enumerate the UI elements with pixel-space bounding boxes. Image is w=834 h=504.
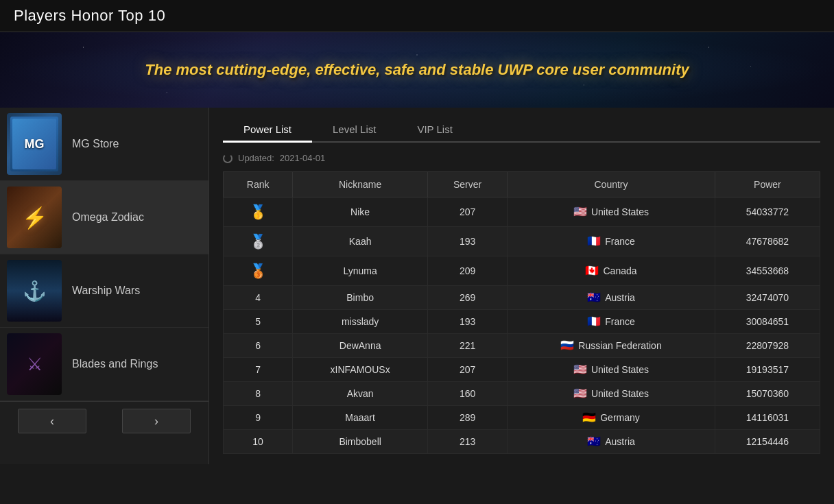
tab-vip-list[interactable]: VIP List xyxy=(396,118,473,141)
flag-icon: 🇫🇷 xyxy=(587,236,601,247)
cell-nickname: misslady xyxy=(293,310,428,334)
warship-thumb: ⚓ xyxy=(7,260,62,322)
sidebar-item-omega-zodiac[interactable]: ⚡ Omega Zodiac xyxy=(0,181,208,254)
country-name: United States xyxy=(591,364,649,375)
flag-icon: 🇫🇷 xyxy=(587,316,601,327)
cell-server: 193 xyxy=(428,310,508,334)
col-country: Country xyxy=(508,172,715,197)
leaderboard-table: Rank Nickname Server Country Power 🥇Nike… xyxy=(223,171,820,454)
prev-button[interactable]: ‹ xyxy=(18,409,86,433)
ship-icon: ⚓ xyxy=(23,280,47,302)
country-name: Germany xyxy=(600,412,640,423)
updated-row: Updated: 2021-04-01 xyxy=(223,153,820,163)
cell-power: 34553668 xyxy=(715,256,820,286)
cell-server: 193 xyxy=(428,227,508,256)
cell-power: 30084651 xyxy=(715,310,820,334)
blade-icon: ⚔ xyxy=(27,354,43,375)
cell-nickname: Lynuma xyxy=(293,256,428,286)
sidebar-label-omega-zodiac: Omega Zodiac xyxy=(72,211,144,224)
table-row: 🥇Nike207🇺🇸United States54033772 xyxy=(224,197,820,227)
table-header-row: Rank Nickname Server Country Power xyxy=(224,172,820,197)
cell-country: 🇨🇦Canada xyxy=(508,256,715,286)
warship-wars-thumbnail: ⚓ xyxy=(7,260,62,322)
country-name: Austria xyxy=(605,436,635,447)
updated-date: 2021-04-01 xyxy=(280,153,326,163)
country-name: France xyxy=(605,236,635,247)
cell-power: 22807928 xyxy=(715,334,820,358)
cell-nickname: Maaart xyxy=(293,406,428,430)
cell-server: 269 xyxy=(428,286,508,310)
cell-server: 289 xyxy=(428,406,508,430)
flag-icon: 🇦🇺 xyxy=(587,436,601,447)
cell-country: 🇺🇸United States xyxy=(508,382,715,406)
medal-icon: 🥈 xyxy=(250,233,267,250)
cell-nickname: Akvan xyxy=(293,382,428,406)
medal-icon: 🥉 xyxy=(250,263,267,279)
sidebar: MG MG Store ⚡ Omega Zodiac ⚓ Warship Wa xyxy=(0,108,209,464)
table-row: 7xINFAMOUSx207🇺🇸United States19193517 xyxy=(224,358,820,382)
refresh-icon xyxy=(223,154,233,163)
flag-icon: 🇨🇦 xyxy=(585,265,599,276)
cell-power: 54033772 xyxy=(715,197,820,227)
country-name: Canada xyxy=(603,265,636,276)
cell-nickname: xINFAMOUSx xyxy=(293,358,428,382)
cell-server: 207 xyxy=(428,358,508,382)
cell-server: 209 xyxy=(428,256,508,286)
cell-power: 12154446 xyxy=(715,430,820,454)
banner: The most cutting-edge, effective, safe a… xyxy=(0,32,834,108)
country-name: United States xyxy=(591,206,649,217)
col-nickname: Nickname xyxy=(293,172,428,197)
cell-rank: 🥉 xyxy=(224,256,293,286)
cell-rank: 6 xyxy=(224,334,293,358)
table-row: 6DewAnna221🇷🇺Russian Federation22807928 xyxy=(224,334,820,358)
sidebar-item-warship-wars[interactable]: ⚓ Warship Wars xyxy=(0,254,208,328)
cell-country: 🇩🇪Germany xyxy=(508,406,715,430)
country-name: Russian Federation xyxy=(578,340,661,351)
sidebar-nav: ‹ › xyxy=(0,401,208,440)
col-server: Server xyxy=(428,172,508,197)
country-name: Austria xyxy=(605,292,635,303)
col-rank: Rank xyxy=(224,172,293,197)
tab-power-list[interactable]: Power List xyxy=(223,118,312,143)
cell-rank: 7 xyxy=(224,358,293,382)
tab-level-list[interactable]: Level List xyxy=(312,118,396,141)
table-row: 4Bimbo269🇦🇺Austria32474070 xyxy=(224,286,820,310)
cell-rank: 9 xyxy=(224,406,293,430)
page-title: Players Honor Top 10 xyxy=(14,7,820,25)
cell-server: 221 xyxy=(428,334,508,358)
sidebar-label-blades-and-rings: Blades and Rings xyxy=(72,358,158,370)
table-row: 8Akvan160🇺🇸United States15070360 xyxy=(224,382,820,406)
updated-label: Updated: xyxy=(238,153,274,163)
flag-icon: 🇦🇺 xyxy=(587,292,601,303)
sidebar-item-blades-and-rings[interactable]: ⚔ Blades and Rings xyxy=(0,328,208,401)
flag-icon: 🇷🇺 xyxy=(560,340,574,351)
cell-power: 32474070 xyxy=(715,286,820,310)
sidebar-item-mg-store[interactable]: MG MG Store xyxy=(0,108,208,181)
sidebar-label-mg-store: MG Store xyxy=(72,138,119,150)
table-row: 10Bimbobell213🇦🇺Austria12154446 xyxy=(224,430,820,454)
cell-server: 160 xyxy=(428,382,508,406)
flag-icon: 🇺🇸 xyxy=(573,364,587,375)
cell-rank: 🥇 xyxy=(224,197,293,227)
cell-rank: 🥈 xyxy=(224,227,293,256)
cell-rank: 8 xyxy=(224,382,293,406)
cell-nickname: DewAnna xyxy=(293,334,428,358)
cell-nickname: Bimbo xyxy=(293,286,428,310)
content-area: Power List Level List VIP List Updated: … xyxy=(209,108,834,464)
cell-country: 🇺🇸United States xyxy=(508,358,715,382)
medal-icon: 🥇 xyxy=(250,204,267,220)
cell-power: 14116031 xyxy=(715,406,820,430)
country-name: United States xyxy=(591,388,649,399)
mg-thumb: MG xyxy=(7,113,62,175)
cell-power: 47678682 xyxy=(715,227,820,256)
flag-icon: 🇺🇸 xyxy=(573,206,587,217)
blades-thumb: ⚔ xyxy=(7,333,62,395)
cell-server: 207 xyxy=(428,197,508,227)
cell-nickname: Kaah xyxy=(293,227,428,256)
cell-country: 🇫🇷France xyxy=(508,310,715,334)
sidebar-label-warship-wars: Warship Wars xyxy=(72,285,140,297)
cell-country: 🇷🇺Russian Federation xyxy=(508,334,715,358)
page-header: Players Honor Top 10 xyxy=(0,0,834,32)
cell-rank: 4 xyxy=(224,286,293,310)
next-button[interactable]: › xyxy=(122,409,191,433)
